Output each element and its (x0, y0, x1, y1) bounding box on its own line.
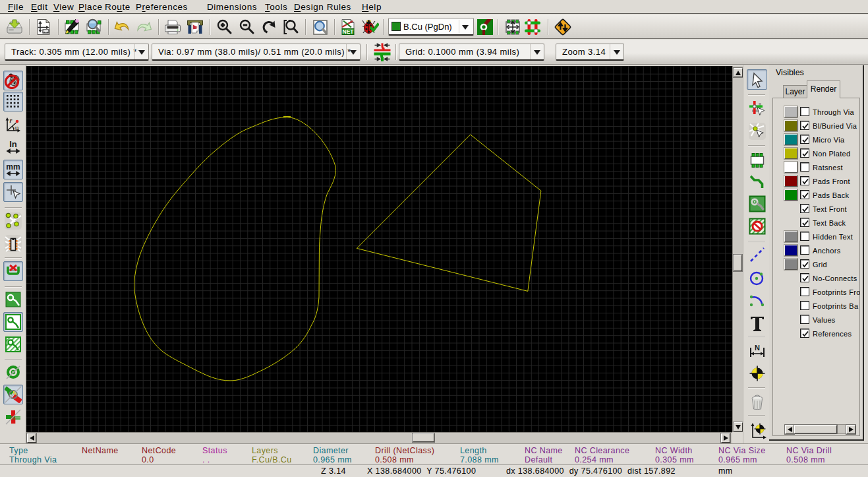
svg-text:N: N (755, 344, 760, 352)
svg-text:In: In (9, 139, 17, 149)
svg-text:φ: φ (14, 123, 18, 131)
svg-text:mm: mm (6, 162, 20, 172)
svg-text:r: r (10, 117, 13, 124)
svg-text:NET: NET (343, 28, 355, 35)
